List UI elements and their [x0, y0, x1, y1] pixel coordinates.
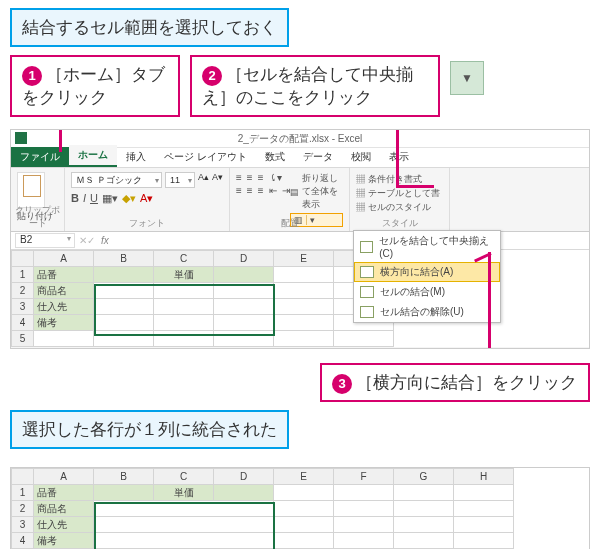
- cell-D3[interactable]: [214, 299, 274, 315]
- col2-E[interactable]: E: [274, 469, 334, 485]
- font-shrink[interactable]: A▾: [212, 172, 223, 188]
- cell-B1[interactable]: [94, 267, 154, 283]
- cell2-G1[interactable]: [394, 485, 454, 501]
- cell-A4[interactable]: 備考: [34, 315, 94, 331]
- col-E[interactable]: E: [274, 251, 334, 267]
- cell-A1[interactable]: 品番: [34, 267, 94, 283]
- align-center[interactable]: ≡: [247, 185, 253, 196]
- cell-E5[interactable]: [274, 331, 334, 347]
- cell-B4[interactable]: [94, 315, 154, 331]
- row-1[interactable]: 1: [12, 267, 34, 283]
- merge-menu-center[interactable]: セルを結合して中央揃え(C): [354, 231, 500, 262]
- enter-icon[interactable]: ✓: [87, 235, 95, 246]
- indent-inc[interactable]: ⇥: [282, 185, 290, 196]
- tab-formulas[interactable]: 数式: [256, 147, 294, 167]
- cell-A2[interactable]: 商品名: [34, 283, 94, 299]
- font-grow[interactable]: A▴: [198, 172, 209, 188]
- cell2-F3[interactable]: [334, 517, 394, 533]
- cell2-F2[interactable]: [334, 501, 394, 517]
- cell-C4[interactable]: [154, 315, 214, 331]
- cell2-G2[interactable]: [394, 501, 454, 517]
- col-A[interactable]: A: [34, 251, 94, 267]
- col2-C[interactable]: C: [154, 469, 214, 485]
- grid-2[interactable]: A B C D E F G H 1 品番 単価 2 商品名 3 仕入先 4 備考: [11, 468, 514, 549]
- font-size-select[interactable]: 11: [165, 172, 195, 188]
- cell2-G3[interactable]: [394, 517, 454, 533]
- col-D[interactable]: D: [214, 251, 274, 267]
- cell-D5[interactable]: [214, 331, 274, 347]
- cell-C1[interactable]: 単価: [154, 267, 214, 283]
- cell-C3[interactable]: [154, 299, 214, 315]
- cancel-icon[interactable]: ✕: [79, 235, 87, 246]
- dropdown-button[interactable]: ▼: [450, 61, 484, 95]
- row-4[interactable]: 4: [12, 315, 34, 331]
- cell-A5[interactable]: [34, 331, 94, 347]
- cell2-E3[interactable]: [274, 517, 334, 533]
- underline-button[interactable]: U: [90, 192, 98, 205]
- cell2-E1[interactable]: [274, 485, 334, 501]
- col2-G[interactable]: G: [394, 469, 454, 485]
- row2-1[interactable]: 1: [12, 485, 34, 501]
- wrap-text[interactable]: ▤折り返して全体を表示: [290, 172, 343, 211]
- fill-button[interactable]: ◆▾: [122, 192, 136, 205]
- orientation[interactable]: ⤹▾: [269, 172, 282, 183]
- merge-menu-unmerge[interactable]: セル結合の解除(U): [354, 302, 500, 322]
- select-all[interactable]: [12, 251, 34, 267]
- cond-format[interactable]: 条件付き書式: [356, 172, 443, 186]
- cell2-G4[interactable]: [394, 533, 454, 549]
- row-2[interactable]: 2: [12, 283, 34, 299]
- align-top[interactable]: ≡: [236, 172, 242, 183]
- cell2-E4[interactable]: [274, 533, 334, 549]
- cell-D2[interactable]: [214, 283, 274, 299]
- tab-insert[interactable]: 挿入: [117, 147, 155, 167]
- cell-E2[interactable]: [274, 283, 334, 299]
- cell-D4[interactable]: [214, 315, 274, 331]
- tab-view[interactable]: 表示: [380, 147, 418, 167]
- tab-file[interactable]: ファイル: [11, 147, 69, 167]
- tab-home[interactable]: ホーム: [69, 145, 117, 167]
- cell-B3[interactable]: [94, 299, 154, 315]
- cell-F5[interactable]: [334, 331, 394, 347]
- paste-button[interactable]: [17, 172, 45, 208]
- cell-E1[interactable]: [274, 267, 334, 283]
- name-box[interactable]: B2: [15, 233, 75, 248]
- col2-F[interactable]: F: [334, 469, 394, 485]
- row2-3[interactable]: 3: [12, 517, 34, 533]
- fx-icon[interactable]: fx: [101, 235, 109, 246]
- align-bot[interactable]: ≡: [258, 172, 264, 183]
- cell2-B4D4[interactable]: [94, 533, 274, 549]
- col-B[interactable]: B: [94, 251, 154, 267]
- cell2-A3[interactable]: 仕入先: [34, 517, 94, 533]
- col2-B[interactable]: B: [94, 469, 154, 485]
- bold-button[interactable]: B: [71, 192, 79, 205]
- merge-menu-across[interactable]: 横方向に結合(A): [354, 262, 500, 282]
- align-mid[interactable]: ≡: [247, 172, 253, 183]
- cell2-H2[interactable]: [454, 501, 514, 517]
- cell2-E2[interactable]: [274, 501, 334, 517]
- cell-C5[interactable]: [154, 331, 214, 347]
- cell2-A4[interactable]: 備考: [34, 533, 94, 549]
- indent-dec[interactable]: ⇤: [269, 185, 277, 196]
- cell2-A2[interactable]: 商品名: [34, 501, 94, 517]
- row-5[interactable]: 5: [12, 331, 34, 347]
- tab-review[interactable]: 校閲: [342, 147, 380, 167]
- italic-button[interactable]: I: [83, 192, 86, 205]
- align-left[interactable]: ≡: [236, 185, 242, 196]
- fontcolor-button[interactable]: A▾: [140, 192, 153, 205]
- row-3[interactable]: 3: [12, 299, 34, 315]
- col2-A[interactable]: A: [34, 469, 94, 485]
- cell2-H4[interactable]: [454, 533, 514, 549]
- cell2-A1[interactable]: 品番: [34, 485, 94, 501]
- cell-C2[interactable]: [154, 283, 214, 299]
- align-right[interactable]: ≡: [258, 185, 264, 196]
- border-button[interactable]: ▦▾: [102, 192, 118, 205]
- font-name-select[interactable]: ＭＳ Ｐゴシック: [71, 172, 162, 188]
- cell2-D1[interactable]: [214, 485, 274, 501]
- cell2-C1[interactable]: 単価: [154, 485, 214, 501]
- row2-4[interactable]: 4: [12, 533, 34, 549]
- col2-D[interactable]: D: [214, 469, 274, 485]
- cell2-B1[interactable]: [94, 485, 154, 501]
- select-all-2[interactable]: [12, 469, 34, 485]
- cell-styles[interactable]: セルのスタイル: [356, 200, 443, 214]
- cell2-B2D2[interactable]: [94, 501, 274, 517]
